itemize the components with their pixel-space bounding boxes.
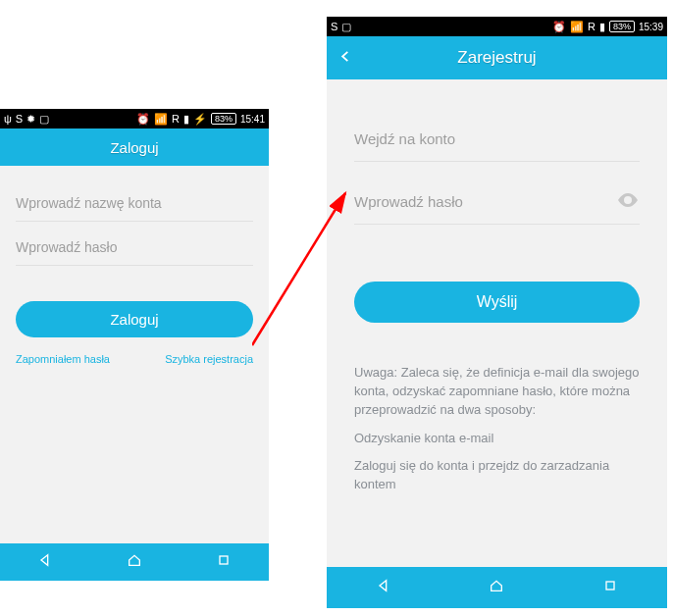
back-icon[interactable]	[37, 552, 53, 572]
signal-icon: ▮	[183, 114, 189, 125]
note-line-1: Odzyskanie konta e-mail	[354, 430, 640, 448]
page-title: Zaloguj	[110, 139, 158, 156]
skype-icon: S	[16, 114, 23, 125]
page-title: Zarejestruj	[457, 48, 536, 68]
title-bar: Zaloguj	[0, 128, 269, 166]
recent-icon[interactable]	[216, 552, 232, 572]
note-line-2: Zaloguj się do konta i przejdz do zarzad…	[354, 457, 640, 494]
register-screen: S ▢ ⏰ 📶 R ▮ 83% 15:39 Zarejestruj Wyślij	[327, 17, 667, 608]
wifi-icon: 📶	[154, 114, 168, 125]
android-nav-bar	[327, 567, 667, 608]
note-block: Uwaga: Zaleca się, że definicja e-mail d…	[354, 364, 640, 494]
password-input[interactable]	[354, 180, 640, 225]
account-input[interactable]	[16, 185, 253, 222]
quick-register-link[interactable]: Szybka rejestracja	[165, 353, 253, 365]
back-button[interactable]	[338, 48, 352, 69]
title-bar: Zarejestruj	[327, 36, 667, 79]
login-button[interactable]: Zaloguj	[16, 301, 253, 337]
svg-rect-1	[606, 582, 614, 590]
submit-button[interactable]: Wyślij	[354, 282, 640, 323]
status-bar: ψ S ✹ ▢ ⏰ 📶 R ▮ ⚡ 83% 15:41	[0, 109, 269, 128]
alarm-icon: ⏰	[136, 114, 150, 125]
home-icon[interactable]	[489, 578, 504, 597]
skype-icon: S	[331, 22, 337, 32]
notify-icon: ✹	[26, 114, 35, 125]
recent-icon[interactable]	[602, 578, 618, 597]
charging-icon: ⚡	[193, 114, 207, 125]
clock: 15:39	[639, 22, 663, 32]
alarm-icon: ⏰	[552, 22, 566, 32]
show-password-icon[interactable]	[616, 188, 640, 216]
android-nav-bar	[0, 543, 269, 581]
back-icon[interactable]	[376, 578, 391, 597]
password-input[interactable]	[16, 230, 253, 266]
wifi-icon: 📶	[570, 22, 584, 32]
roaming-icon: R	[588, 22, 595, 32]
roaming-icon: R	[172, 114, 180, 125]
status-bar: S ▢ ⏰ 📶 R ▮ 83% 15:39	[327, 17, 667, 36]
usb-icon: ψ	[4, 114, 12, 125]
battery-level: 83%	[211, 113, 236, 125]
svg-rect-0	[220, 556, 228, 564]
image-icon: ▢	[341, 22, 351, 32]
note-intro: Uwaga: Zaleca się, że definicja e-mail d…	[354, 364, 640, 420]
home-icon[interactable]	[127, 552, 142, 572]
battery-level: 83%	[609, 21, 635, 32]
login-screen: ψ S ✹ ▢ ⏰ 📶 R ▮ ⚡ 83% 15:41 Zaloguj Zalo…	[0, 109, 269, 581]
signal-icon: ▮	[599, 22, 605, 32]
forgot-password-link[interactable]: Zapomniałem hasła	[16, 353, 110, 365]
clock: 15:41	[240, 114, 265, 125]
account-input[interactable]	[354, 117, 640, 162]
image-icon: ▢	[39, 114, 49, 125]
